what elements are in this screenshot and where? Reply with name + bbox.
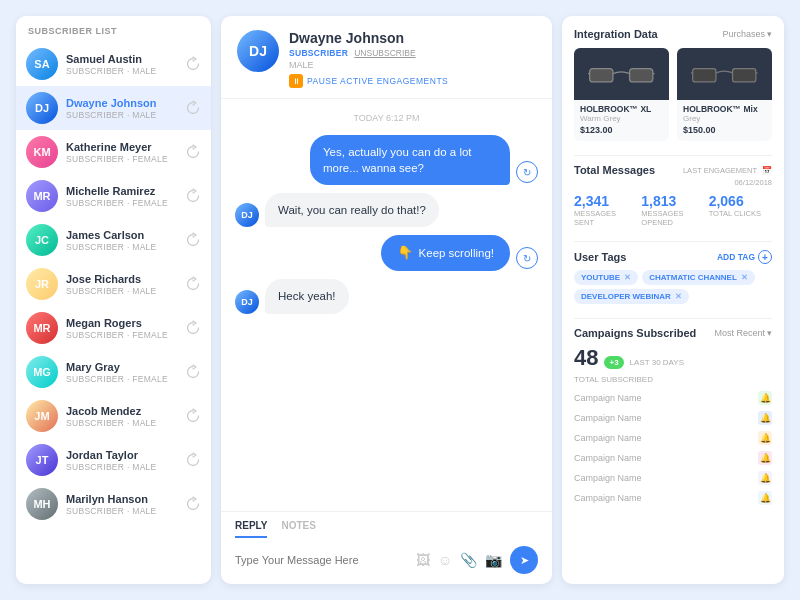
refresh-icon xyxy=(185,364,201,380)
user-tag: DEVELOPER WEBINAR✕ xyxy=(574,289,689,304)
subscriber-item[interactable]: JC James Carlson SUBSCRIBER · MALE xyxy=(16,218,211,262)
svg-rect-4 xyxy=(693,68,716,81)
product-price-2: $150.00 xyxy=(677,123,772,135)
tag-remove-icon[interactable]: ✕ xyxy=(741,273,748,282)
product-card-2: HOLBROOK™ Mix Grey $150.00 xyxy=(677,48,772,141)
subscriber-item[interactable]: MG Mary Gray SUBSCRIBER · FEMALE xyxy=(16,350,211,394)
subscriber-info: Katherine Meyer SUBSCRIBER · FEMALE xyxy=(66,141,185,164)
chat-tabs: REPLY NOTES xyxy=(235,512,538,538)
subscriber-meta: SUBSCRIBER · MALE xyxy=(66,462,185,472)
camera-icon[interactable]: 📷 xyxy=(485,552,502,568)
svg-rect-1 xyxy=(630,68,653,81)
subscriber-avatar: KM xyxy=(26,136,58,168)
chat-header-info: Dwayne Johnson SUBSCRIBER UNSUBSCRIBE MA… xyxy=(289,30,536,88)
subscriber-meta: SUBSCRIBER · MALE xyxy=(66,66,185,76)
attach-icon[interactable]: 📎 xyxy=(460,552,477,568)
received-message-avatar-2: DJ xyxy=(235,290,259,314)
campaign-row: Campaign Name 🔔 xyxy=(574,488,772,508)
campaign-name: Campaign Name xyxy=(574,433,752,443)
subscriber-items-container: SA Samuel Austin SUBSCRIBER · MALE DJ Dw… xyxy=(16,42,211,526)
refresh-icon xyxy=(185,320,201,336)
tags-header: User Tags ADD TAG + xyxy=(574,250,772,264)
chat-input-row: 🖼 ☺ 📎 📷 ➤ xyxy=(235,538,538,584)
subscriber-avatar: JT xyxy=(26,444,58,476)
chat-message-input[interactable] xyxy=(235,554,408,566)
tab-notes[interactable]: NOTES xyxy=(281,520,315,538)
subscriber-name: Marilyn Hanson xyxy=(66,493,185,505)
user-tag: YOUTUBE✕ xyxy=(574,270,638,285)
tag-remove-icon[interactable]: ✕ xyxy=(675,292,682,301)
tag-label: DEVELOPER WEBINAR xyxy=(581,292,671,301)
message-bubble-received: Wait, you can really do that!? xyxy=(265,193,439,227)
user-tags-section: User Tags ADD TAG + YOUTUBE✕CHATMATIC CH… xyxy=(574,250,772,304)
campaigns-sort[interactable]: Most Recent ▾ xyxy=(714,328,772,338)
last-engagement-date: 06/12/2018 xyxy=(574,178,772,187)
subscriber-info: Jacob Mendez SUBSCRIBER · MALE xyxy=(66,405,185,428)
subscriber-item[interactable]: DJ Dwayne Johnson SUBSCRIBER · MALE xyxy=(16,86,211,130)
subscriber-avatar: JM xyxy=(26,400,58,432)
purchases-dropdown[interactable]: Purchases ▾ xyxy=(722,29,772,39)
campaigns-sort-label: Most Recent xyxy=(714,328,765,338)
tab-reply[interactable]: REPLY xyxy=(235,520,267,538)
tags-row: YOUTUBE✕CHATMATIC CHANNEL✕DEVELOPER WEBI… xyxy=(574,270,772,304)
unsubscribe-link[interactable]: UNSUBSCRIBE xyxy=(354,48,415,58)
product-price-1: $123.00 xyxy=(574,123,669,135)
chat-contact-name: Dwayne Johnson xyxy=(289,30,536,46)
campaign-row: Campaign Name 🔔 xyxy=(574,408,772,428)
subscriber-info: Samuel Austin SUBSCRIBER · MALE xyxy=(66,53,185,76)
subscriber-info: Jose Richards SUBSCRIBER · MALE xyxy=(66,273,185,296)
message-row: DJ Wait, you can really do that!? xyxy=(235,193,538,227)
subscriber-tag: SUBSCRIBER xyxy=(289,48,348,58)
subscriber-item[interactable]: MR Michelle Ramirez SUBSCRIBER · FEMALE xyxy=(16,174,211,218)
subscriber-avatar: JC xyxy=(26,224,58,256)
tag-remove-icon[interactable]: ✕ xyxy=(624,273,631,282)
refresh-icon xyxy=(185,276,201,292)
chat-header-tags: SUBSCRIBER UNSUBSCRIBE xyxy=(289,48,536,58)
refresh-icon xyxy=(185,56,201,72)
subscriber-item[interactable]: JT Jordan Taylor SUBSCRIBER · MALE xyxy=(16,438,211,482)
campaign-row: Campaign Name 🔔 xyxy=(574,388,772,408)
subscriber-meta: SUBSCRIBER · MALE xyxy=(66,286,185,296)
emoji-icon[interactable]: ☺ xyxy=(438,552,452,568)
product-card-1: HOLBROOK™ XL Warm Grey $123.00 xyxy=(574,48,669,141)
subscriber-item[interactable]: JM Jacob Mendez SUBSCRIBER · MALE xyxy=(16,394,211,438)
send-button[interactable]: ➤ xyxy=(510,546,538,574)
cta-text: Keep scrolling! xyxy=(419,245,494,261)
campaign-name: Campaign Name xyxy=(574,413,752,423)
campaigns-list: Campaign Name 🔔 Campaign Name 🔔 Campaign… xyxy=(574,388,772,508)
campaigns-period: LAST 30 DAYS xyxy=(630,358,684,367)
campaign-icon: 🔔 xyxy=(758,391,772,405)
subscriber-avatar: MR xyxy=(26,312,58,344)
message-bubble-cta: 👇 Keep scrolling! xyxy=(381,235,510,271)
add-tag-button[interactable]: ADD TAG + xyxy=(717,250,772,264)
add-tag-icon: + xyxy=(758,250,772,264)
cta-message-status-icon: ↻ xyxy=(516,247,538,269)
subscriber-info: James Carlson SUBSCRIBER · MALE xyxy=(66,229,185,252)
pause-engagements-button[interactable]: ⏸ PAUSE ACTIVE ENGAGEMENTS xyxy=(289,74,536,88)
subscriber-item[interactable]: MR Megan Rogers SUBSCRIBER · FEMALE xyxy=(16,306,211,350)
total-messages-title: Total Messages xyxy=(574,164,655,176)
subscriber-item[interactable]: KM Katherine Meyer SUBSCRIBER · FEMALE xyxy=(16,130,211,174)
svg-rect-0 xyxy=(590,68,613,81)
subscriber-meta: SUBSCRIBER · MALE xyxy=(66,418,185,428)
message-row-cta: ↻ 👇 Keep scrolling! xyxy=(235,235,538,271)
product-name-1: HOLBROOK™ XL xyxy=(574,100,669,114)
subscriber-meta: SUBSCRIBER · MALE xyxy=(66,506,185,516)
subscriber-avatar: MR xyxy=(26,180,58,212)
subscriber-name: Katherine Meyer xyxy=(66,141,185,153)
subscriber-item[interactable]: JR Jose Richards SUBSCRIBER · MALE xyxy=(16,262,211,306)
total-messages-section: Total Messages LAST ENGAGEMENT 📅 06/12/2… xyxy=(574,164,772,227)
stat-sent-value: 2,341 xyxy=(574,193,637,209)
subscriber-item[interactable]: SA Samuel Austin SUBSCRIBER · MALE xyxy=(16,42,211,86)
right-panel: Integration Data Purchases ▾ xyxy=(562,16,784,584)
campaign-row: Campaign Name 🔔 xyxy=(574,428,772,448)
subscriber-meta: SUBSCRIBER · MALE xyxy=(66,110,185,120)
subscriber-item[interactable]: MH Marilyn Hanson SUBSCRIBER · MALE xyxy=(16,482,211,526)
campaigns-sort-icon: ▾ xyxy=(767,328,772,338)
campaign-icon: 🔔 xyxy=(758,491,772,505)
subscriber-name: Dwayne Johnson xyxy=(66,97,185,109)
product-subtitle-2: Grey xyxy=(677,114,772,123)
stat-clicks-label: TOTAL CLICKS xyxy=(709,209,772,218)
chat-gender: MALE xyxy=(289,60,536,70)
image-icon[interactable]: 🖼 xyxy=(416,552,430,568)
